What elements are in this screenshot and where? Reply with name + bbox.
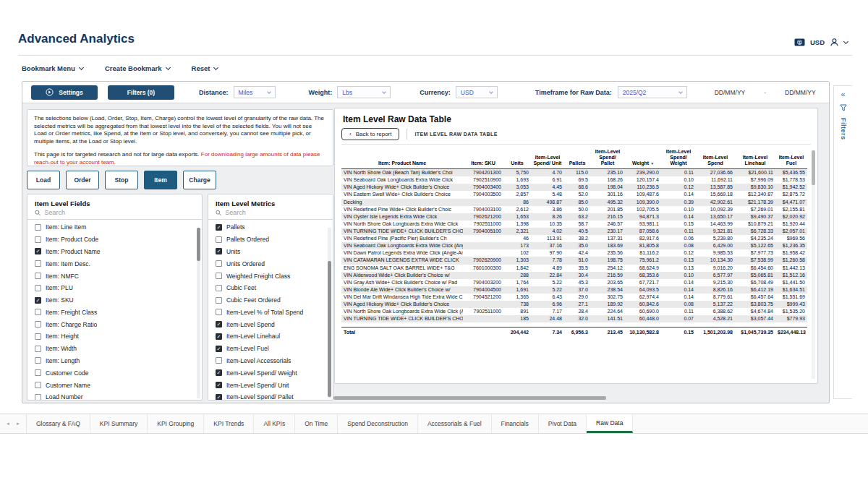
table-row[interactable]: VIN Seaboard Oak Longboards Extra Wide C… bbox=[341, 176, 807, 184]
currency-select[interactable]: USD bbox=[456, 86, 498, 98]
timeframe-select[interactable]: 2025/Q2 bbox=[618, 86, 687, 98]
user-menu-chevron-icon[interactable] bbox=[843, 38, 848, 43]
checkbox-item[interactable]: Customer Name bbox=[27, 379, 202, 391]
checkbox-item[interactable]: Item-Level Accessorials bbox=[208, 355, 333, 367]
tab-on-time[interactable]: On Time bbox=[295, 414, 338, 433]
column-header-9[interactable]: Item-Level Spend bbox=[696, 147, 735, 169]
level-button-order[interactable]: Order bbox=[66, 171, 99, 189]
level-button-load[interactable]: Load bbox=[27, 171, 60, 189]
checkbox-item[interactable]: Item: Product Code bbox=[27, 234, 202, 246]
table-horizontal-scrollbar[interactable] bbox=[333, 396, 606, 400]
table-scrollbar-thumb[interactable] bbox=[812, 150, 815, 185]
checkbox-item[interactable]: ✓Units bbox=[208, 246, 333, 258]
date-from-field[interactable]: DD/MM/YY bbox=[715, 89, 746, 96]
table-row[interactable]: Decking86498.8785.0495.32109,390.00.3942… bbox=[341, 199, 807, 206]
tab-glossary-faq[interactable]: Glossary & FAQ bbox=[27, 414, 90, 433]
checkbox-item[interactable]: Item: Length bbox=[27, 355, 202, 367]
level-button-charge[interactable]: Charge bbox=[183, 171, 216, 189]
checkbox-item[interactable]: Units Ordered bbox=[208, 257, 333, 270]
table-row[interactable]: VIN Alderwood Wide+ Click Builder's Choi… bbox=[341, 272, 807, 279]
checkbox-item[interactable]: Cubic Feet bbox=[208, 282, 333, 294]
tab-raw-data[interactable]: Raw Data bbox=[587, 414, 633, 433]
checkbox-item[interactable]: Pallets Ordered bbox=[208, 234, 333, 246]
checkbox-item[interactable]: ✓Pallets bbox=[208, 221, 333, 234]
column-header-11[interactable]: Item-Level Fuel bbox=[775, 147, 807, 169]
checkbox-item[interactable]: Weighted Freight Class bbox=[208, 270, 333, 282]
checkbox-item[interactable]: ✓Item-Level Linehaul bbox=[208, 330, 333, 343]
metrics-scrollbar-thumb[interactable] bbox=[328, 261, 331, 397]
checkbox-item[interactable]: ✓Item: Product Name bbox=[27, 246, 202, 258]
column-header-4[interactable]: Item-Level Spend/ Unit bbox=[531, 147, 564, 169]
reset-button[interactable]: Reset bbox=[192, 64, 218, 72]
checkbox-item[interactable]: Item: NMFC bbox=[27, 270, 202, 282]
table-row[interactable]: VIN TURNING TIDE WIDE+ CLICK BUILDER'S C… bbox=[341, 228, 807, 235]
checkbox-item[interactable]: ✓Item: SKU bbox=[27, 294, 202, 307]
tab-all-kpis[interactable]: All KPIs bbox=[254, 414, 295, 433]
currency-indicator[interactable]: USD bbox=[810, 38, 825, 46]
table-row[interactable]: VIN Aged Hickory Wide+ Click Builder's C… bbox=[341, 301, 807, 308]
table-row[interactable]: ENG SONOMA SALT OAK BARREL WIDE+ T&G7601… bbox=[341, 265, 807, 272]
user-icon[interactable] bbox=[830, 38, 839, 47]
table-row[interactable]: VIN North Shore Oak Longboards Extra Wid… bbox=[341, 308, 807, 315]
tab-scroll-left-icon[interactable]: ◄ bbox=[6, 421, 10, 426]
column-header-5[interactable]: Pallets bbox=[564, 147, 590, 169]
tab-kpi-grouping[interactable]: KPI Grouping bbox=[148, 414, 204, 433]
table-row[interactable]: VIN North Shore Oak Longboards Extra Wid… bbox=[341, 221, 807, 228]
column-header-2[interactable]: Item: SKU bbox=[463, 147, 503, 169]
tab-financials[interactable]: Financials bbox=[492, 414, 539, 433]
table-view-tab[interactable]: ITEM LEVEL RAW DATA TABLE bbox=[407, 129, 504, 140]
column-header-8[interactable]: Item-Level Spend/ Weight bbox=[661, 147, 696, 169]
table-row[interactable]: VIN Dawn Patrol Legends Extra Wide Click… bbox=[341, 249, 807, 257]
level-button-stop[interactable]: Stop bbox=[105, 171, 138, 189]
column-header-10[interactable]: Item-Level Linehaul bbox=[735, 147, 775, 169]
checkbox-item[interactable]: ✓Item-Level Spend/ Pallet bbox=[208, 391, 333, 401]
checkbox-item[interactable]: Item: Height bbox=[27, 330, 202, 343]
checkbox-item[interactable]: ✓Item-Level Fuel bbox=[208, 343, 333, 355]
collapse-pane-icon[interactable]: « bbox=[841, 90, 845, 98]
checkbox-item[interactable]: ✓Item-Level Spend/ Unit bbox=[208, 379, 333, 391]
tab-accessorials-fuel[interactable]: Accessorials & Fuel bbox=[418, 414, 492, 433]
table-row[interactable]: VIN Aged Hickory Wide+ Click Builder's C… bbox=[341, 184, 807, 191]
column-header-7[interactable]: Weight▼ bbox=[625, 147, 661, 169]
create-bookmark-button[interactable]: Create Bookmark bbox=[105, 64, 170, 72]
checkbox-item[interactable]: Item-Level % of Total Spend bbox=[208, 306, 333, 318]
table-row[interactable]: VIN North Shore Oak (Beach Tan) Builder'… bbox=[341, 169, 807, 177]
checkbox-item[interactable]: Item: Charge Ratio bbox=[27, 318, 202, 330]
tab-pivot-data[interactable]: Pivot Data bbox=[539, 414, 587, 433]
back-to-report-button[interactable]: ‹Back to report bbox=[341, 128, 399, 140]
settings-button[interactable]: Settings bbox=[31, 85, 98, 100]
tab-spend-deconstruction[interactable]: Spend Deconstruction bbox=[338, 414, 418, 433]
checkbox-item[interactable]: ✓Item-Level Spend/ Weight bbox=[208, 367, 333, 379]
column-header-6[interactable]: Item-Level Spend/ Pallet bbox=[590, 147, 625, 169]
table-row[interactable]: VIN Del Mar Drift Windansea High Tide Ex… bbox=[341, 294, 807, 301]
checkbox-item[interactable]: Customer Code bbox=[27, 367, 202, 379]
fields-search-input[interactable] bbox=[44, 209, 195, 216]
checkbox-item[interactable]: Item: Item Desc. bbox=[27, 257, 202, 270]
date-to-field[interactable]: DD/MM/YY bbox=[785, 89, 816, 96]
checkbox-item[interactable]: ✓Item-Level Spend bbox=[208, 318, 333, 330]
bookmark-menu-button[interactable]: Bookmark Menu bbox=[22, 64, 83, 72]
checkbox-item[interactable]: Item: Width bbox=[27, 343, 202, 355]
table-row[interactable]: VIN Redefined Pine Wide+ Click Builder's… bbox=[341, 206, 807, 213]
filters-button[interactable]: Filters (0) bbox=[108, 85, 174, 100]
distance-select[interactable]: Miles bbox=[234, 86, 276, 98]
tab-scroll-right-icon[interactable]: ► bbox=[16, 421, 20, 426]
tab-kpi-trends[interactable]: KPI Trends bbox=[204, 414, 254, 433]
table-row[interactable]: VIN Oyster Isle Legends Extra Wide Click… bbox=[341, 213, 807, 221]
weight-select[interactable]: Lbs bbox=[337, 86, 391, 98]
table-row[interactable]: VIN TURNING TIDE WIDE+ CLICK BUILDER'S C… bbox=[341, 315, 807, 322]
table-row[interactable]: VIN Gray Ash Wide+ Click Builder's Choic… bbox=[341, 279, 807, 286]
level-button-item[interactable]: Item bbox=[144, 171, 177, 189]
metrics-search-input[interactable] bbox=[225, 209, 326, 216]
column-header-3[interactable]: Units bbox=[503, 147, 531, 169]
table-row[interactable]: VIN Blonde Ale Wide+ Click Builder's Cho… bbox=[341, 286, 807, 294]
table-row[interactable]: VIN Seaboard Oak Longboards Extra Wide C… bbox=[341, 242, 807, 249]
checkbox-item[interactable]: Item: PLU bbox=[27, 282, 202, 294]
table-row[interactable]: VIN Redefined Pine (Pacific Pier) Builde… bbox=[341, 235, 807, 242]
fields-scrollbar-thumb[interactable] bbox=[197, 228, 200, 261]
checkbox-item[interactable]: Cubic Feet Ordered bbox=[208, 294, 333, 307]
checkbox-item[interactable]: Item: Line Item bbox=[27, 221, 202, 234]
table-row[interactable]: VIN Eastern Swell Wide+ Click Builder's … bbox=[341, 191, 807, 198]
checkbox-item[interactable]: Load Number bbox=[27, 391, 202, 401]
column-header-1[interactable]: Item: Product Name bbox=[341, 147, 463, 169]
